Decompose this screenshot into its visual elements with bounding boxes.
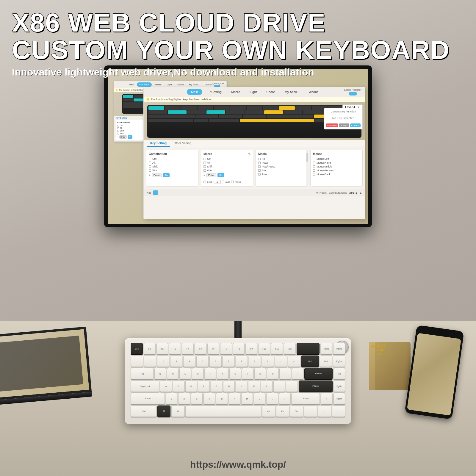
phys-s[interactable]: S — [173, 381, 184, 392]
phys-minus[interactable]: - — [275, 356, 287, 367]
phys-9[interactable]: 9 — [249, 356, 261, 367]
mouse-back-cb[interactable] — [313, 173, 315, 176]
phys-f12[interactable]: F12 — [284, 343, 296, 354]
phys-lbracket[interactable]: [ — [279, 368, 291, 379]
phys-capslock[interactable]: Caps Lock — [131, 381, 159, 392]
phys-p[interactable]: P — [267, 368, 278, 379]
mouse-right-cb[interactable] — [313, 162, 315, 164]
ks-tab-othersetting[interactable]: Other Setting — [170, 140, 195, 147]
phys-period[interactable]: . — [266, 393, 278, 404]
media-player-cb[interactable] — [258, 162, 261, 164]
phys-enter2[interactable]: ↵Enter — [299, 381, 333, 392]
phys-right[interactable]: → — [332, 405, 345, 417]
phys-pgdn[interactable]: PgDn — [333, 356, 345, 367]
bg-popup-tab-macro[interactable]: Macro — [152, 82, 164, 87]
phys-rctrl[interactable]: Ctrl — [290, 405, 303, 417]
kf-reset-btn[interactable]: Reset — [339, 123, 349, 127]
media-fn-cb[interactable] — [258, 158, 261, 160]
media-scrollbar[interactable] — [306, 150, 308, 186]
nav-tab-main[interactable]: Main — [187, 89, 202, 95]
phys-f4[interactable]: F4 — [182, 343, 194, 354]
phys-space[interactable] — [185, 405, 261, 417]
phys-g[interactable]: G — [211, 381, 222, 392]
phys-r[interactable]: R — [192, 368, 203, 379]
mouse-forward-cb[interactable] — [313, 169, 315, 172]
config-arrow[interactable]: ▲ — [359, 191, 362, 194]
phys-pgup2[interactable]: PgUp — [333, 381, 345, 392]
phys-m[interactable]: M — [241, 393, 253, 404]
kf-forbidden-btn[interactable]: Forbidden — [326, 123, 338, 127]
media-prev-cb[interactable] — [258, 173, 261, 176]
phys-ins[interactable]: Ins — [333, 368, 345, 379]
phys-lshift[interactable]: ⇧Shift — [131, 393, 165, 404]
phys-enter[interactable]: ↵Enter — [304, 368, 333, 379]
phys-u[interactable]: U — [229, 368, 241, 379]
phys-lctrl[interactable]: Ctrl — [131, 405, 156, 417]
phys-tab[interactable]: Tab — [131, 368, 154, 379]
cb-shift-box[interactable] — [149, 165, 151, 168]
phys-f6[interactable]: F6 — [207, 343, 219, 354]
phys-f7[interactable]: F7 — [220, 343, 232, 354]
phys-left[interactable]: ← — [304, 405, 317, 417]
bg-popup-cb-alt[interactable]: Alt — [120, 127, 122, 129]
phys-k[interactable]: K — [248, 381, 260, 392]
phys-end[interactable]: End — [320, 356, 332, 367]
phys-i[interactable]: I — [242, 368, 253, 379]
phys-8[interactable]: 8 — [236, 356, 248, 367]
auto-cb[interactable] — [222, 181, 224, 183]
phys-slash[interactable]: / — [279, 393, 291, 404]
phys-delete[interactable]: Del — [301, 356, 319, 367]
phys-esc[interactable]: Esc — [131, 343, 143, 354]
phys-fn[interactable]: Fn — [276, 405, 289, 417]
phys-j[interactable]: J — [236, 381, 247, 392]
phys-1[interactable]: 1 — [144, 356, 156, 367]
nav-tab-share[interactable]: Share — [262, 89, 279, 95]
phys-x[interactable]: X — [178, 393, 190, 404]
phys-0[interactable]: 0 — [262, 356, 274, 367]
phys-down[interactable]: ↓ — [318, 405, 331, 417]
phys-f9[interactable]: F9 — [245, 343, 257, 354]
bg-popup-tab-fnsetting[interactable]: FnSetting — [137, 82, 152, 87]
phys-h[interactable]: H — [223, 381, 235, 392]
macro-cb-shift-box[interactable] — [203, 165, 206, 168]
phys-up[interactable]: ↑ — [321, 393, 332, 404]
phys-equals[interactable]: = — [288, 356, 300, 367]
nav-tab-account[interactable]: My Acco... — [281, 89, 304, 95]
phys-n[interactable]: N — [229, 393, 240, 404]
nav-tab-macro[interactable]: Macro — [227, 89, 245, 95]
phys-backspace[interactable]: ← — [297, 343, 320, 354]
phys-d[interactable]: D — [185, 381, 197, 392]
phys-y[interactable]: Y — [217, 368, 228, 379]
phys-q[interactable]: Q — [154, 368, 166, 379]
phys-f8[interactable]: F8 — [233, 343, 245, 354]
phys-f1[interactable]: F1 — [144, 343, 156, 354]
phys-pgup[interactable]: PgUp — [333, 343, 345, 354]
macro-cb-alt-box[interactable] — [203, 162, 206, 164]
phys-f[interactable]: F — [198, 381, 209, 392]
phys-a[interactable]: A — [160, 381, 172, 392]
cb-alt-box[interactable] — [149, 162, 151, 164]
phys-2[interactable]: 2 — [157, 356, 169, 367]
phys-w[interactable]: W — [167, 368, 178, 379]
phys-4[interactable]: 4 — [183, 356, 195, 367]
phys-rbracket[interactable]: ] — [292, 368, 303, 379]
phys-f10[interactable]: F10 — [258, 343, 270, 354]
phys-z[interactable]: Z — [166, 393, 177, 404]
phys-5[interactable]: 5 — [196, 356, 209, 367]
macro-cb-win-box[interactable] — [203, 169, 206, 172]
phys-home[interactable]: Home — [320, 343, 332, 354]
bg-popup-tab-main[interactable]: Main — [126, 82, 136, 87]
mouse-left-cb[interactable] — [313, 158, 315, 160]
phys-quote[interactable]: ' — [286, 381, 298, 392]
nav-tab-fnsetting[interactable]: FnSetting — [203, 89, 226, 95]
media-playpause-cb[interactable] — [258, 165, 261, 168]
phys-f3[interactable]: F3 — [169, 343, 181, 354]
phys-3[interactable]: 3 — [170, 356, 182, 367]
phys-7[interactable]: 7 — [223, 356, 235, 367]
phys-f11[interactable]: F11 — [271, 343, 283, 354]
phys-c[interactable]: C — [191, 393, 203, 404]
phys-v[interactable]: V — [203, 393, 215, 404]
bg-popup-tab-account[interactable]: My Acco... — [187, 82, 202, 87]
press-cb[interactable] — [231, 181, 234, 183]
nav-tab-about[interactable]: About — [305, 89, 322, 95]
